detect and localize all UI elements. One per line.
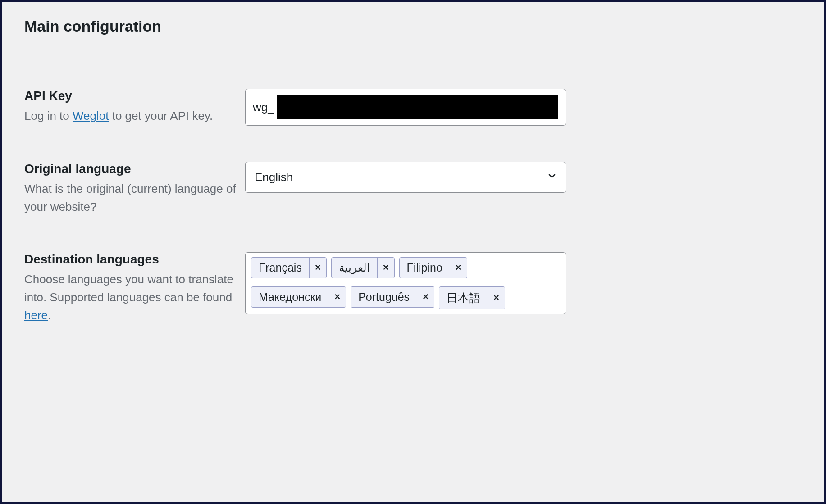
destination-languages-description: Choose languages you want to translate i… xyxy=(24,270,236,325)
remove-tag-button[interactable]: × xyxy=(329,287,346,307)
language-tag: Português× xyxy=(351,286,434,308)
field-control-area: Français×العربية×Filipino×Македонски×Por… xyxy=(245,252,802,314)
api-key-description: Log in to Weglot to get your API key. xyxy=(24,107,236,125)
remove-tag-button[interactable]: × xyxy=(378,258,394,278)
field-label-area: API Key Log in to Weglot to get your API… xyxy=(24,89,245,125)
language-tag: Македонски× xyxy=(251,286,346,308)
remove-tag-button[interactable]: × xyxy=(450,258,467,278)
original-language-select[interactable]: English xyxy=(245,162,566,193)
remove-tag-button[interactable]: × xyxy=(488,287,505,309)
supported-languages-link[interactable]: here xyxy=(24,309,48,322)
chevron-down-icon xyxy=(547,170,557,184)
api-key-label: API Key xyxy=(24,89,236,103)
section-title: Main configuration xyxy=(24,18,802,48)
language-tag-label: العربية xyxy=(332,258,378,278)
original-language-selected-value: English xyxy=(255,170,293,184)
field-api-key: API Key Log in to Weglot to get your API… xyxy=(24,53,802,126)
field-label-area: Destination languages Choose languages y… xyxy=(24,252,245,325)
field-label-area: Original language What is the original (… xyxy=(24,162,245,216)
destination-languages-input[interactable]: Français×العربية×Filipino×Македонски×Por… xyxy=(245,252,566,314)
field-original-language: Original language What is the original (… xyxy=(24,126,802,216)
api-key-redacted xyxy=(277,95,558,119)
api-key-desc-prefix: Log in to xyxy=(24,109,73,123)
language-tag-label: Français xyxy=(251,258,310,278)
api-key-desc-suffix: to get your API key. xyxy=(109,109,213,123)
field-control-area: English xyxy=(245,162,802,193)
remove-tag-button[interactable]: × xyxy=(417,287,434,307)
language-tag-label: Македонски xyxy=(251,287,329,307)
original-language-label: Original language xyxy=(24,162,236,176)
remove-tag-button[interactable]: × xyxy=(310,258,326,278)
destination-desc-suffix: . xyxy=(48,309,51,322)
field-control-area: wg_ xyxy=(245,89,802,126)
language-tag: العربية× xyxy=(331,257,395,278)
language-tag-label: 日本語 xyxy=(439,287,488,309)
language-tag: 日本語× xyxy=(439,286,505,309)
language-tag-label: Português xyxy=(351,287,417,307)
language-tag-label: Filipino xyxy=(400,258,450,278)
destination-desc-prefix: Choose languages you want to translate i… xyxy=(24,272,233,304)
field-destination-languages: Destination languages Choose languages y… xyxy=(24,216,802,325)
api-key-value-prefix: wg_ xyxy=(253,100,274,114)
language-tag: Filipino× xyxy=(399,257,467,278)
weglot-link[interactable]: Weglot xyxy=(73,109,109,123)
language-tag: Français× xyxy=(251,257,327,278)
api-key-input[interactable]: wg_ xyxy=(245,89,566,126)
settings-panel: Main configuration API Key Log in to Weg… xyxy=(0,0,826,504)
original-language-description: What is the original (current) language … xyxy=(24,180,236,216)
destination-languages-label: Destination languages xyxy=(24,252,236,267)
